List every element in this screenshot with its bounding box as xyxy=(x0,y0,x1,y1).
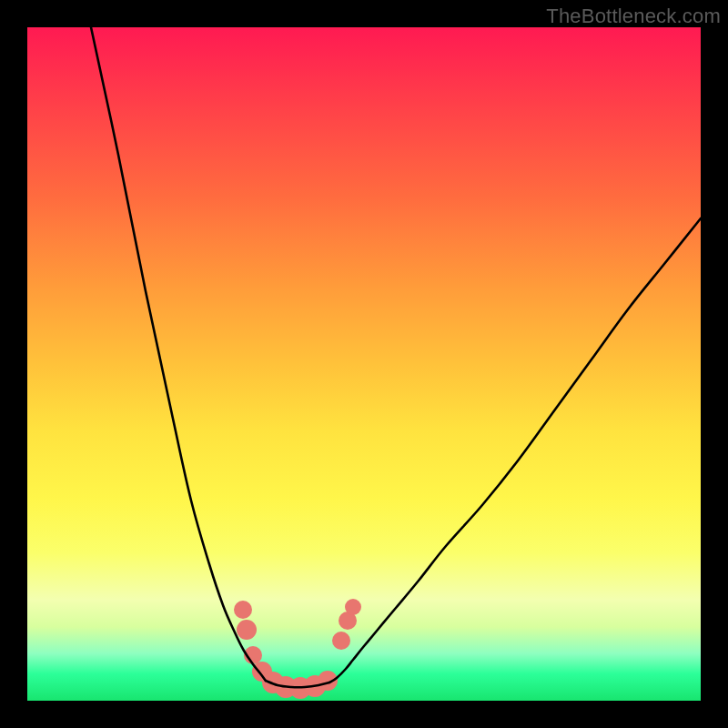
chart-markers xyxy=(234,599,361,699)
chart-series-right-curve xyxy=(329,218,701,682)
chart-svg xyxy=(27,27,701,701)
watermark-text: TheBottleneck.com xyxy=(546,5,721,28)
chart-marker-dot xyxy=(332,632,350,650)
chart-marker-dot xyxy=(234,601,252,619)
chart-plot-area xyxy=(27,27,701,701)
chart-marker-dot xyxy=(237,620,257,640)
chart-series-left-curve xyxy=(91,27,266,681)
chart-marker-dot xyxy=(345,599,361,615)
